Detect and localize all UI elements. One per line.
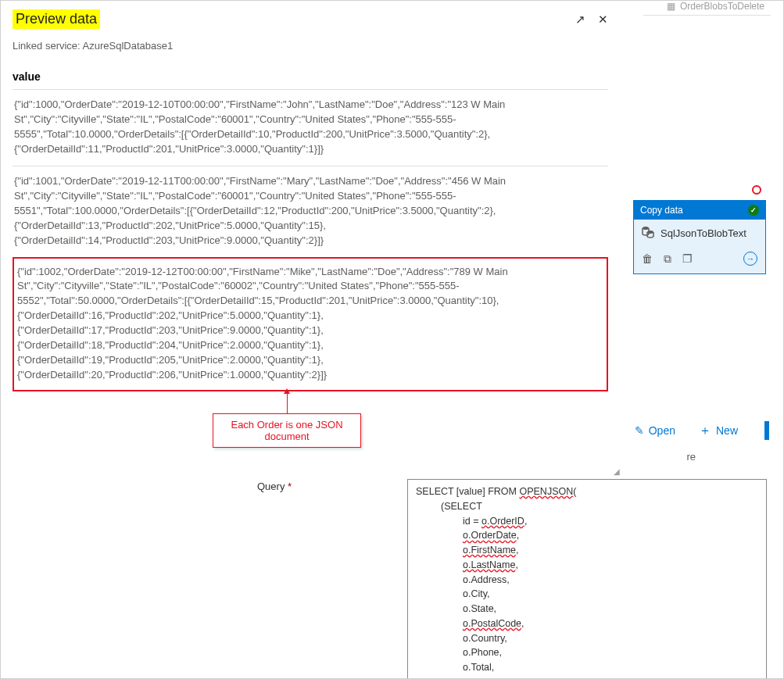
query-textarea[interactable]: SELECT [value] FROM OPENJSON((SELECTid =… <box>407 479 767 679</box>
query-label: Query * <box>257 481 292 492</box>
modal-title: Preview data <box>13 9 100 29</box>
open-button[interactable]: ✎ Open <box>635 424 675 437</box>
modal-header: Preview data ↗ ✕ <box>13 9 608 29</box>
close-icon[interactable]: ✕ <box>598 13 608 27</box>
database-copy-icon <box>642 226 654 241</box>
resize-handle-icon[interactable]: ◢ <box>614 467 621 475</box>
activity-toolbar: 🗑 ⧉ ❐ → <box>634 247 765 273</box>
expand-icon[interactable]: ↗ <box>575 13 585 27</box>
grid-icon: ▦ <box>667 1 675 12</box>
column-header-value: value <box>13 70 608 89</box>
table-row: {"id":1000,"OrderDate":"2019-12-10T00:00… <box>13 89 608 166</box>
top-activity-label: OrderBlobsToDelete <box>680 1 764 12</box>
new-button[interactable]: ＋ New <box>699 423 738 439</box>
modal-controls: ↗ ✕ <box>575 13 608 27</box>
copy-data-activity-card[interactable]: Copy data ✓ SqlJsonToBlobText 🗑 ⧉ ❐ → <box>633 200 766 274</box>
pencil-icon: ✎ <box>635 424 644 437</box>
preview-data-modal: Preview data ↗ ✕ Linked service: AzureSq… <box>2 2 619 466</box>
text-fragment: re <box>686 451 696 463</box>
plus-icon: ＋ <box>699 423 711 439</box>
svg-point-1 <box>647 231 653 234</box>
open-label: Open <box>649 424 675 437</box>
activity-body: SqlJsonToBlobText <box>634 220 765 247</box>
query-section: Query * SELECT [value] FROM OPENJSON((SE… <box>257 481 773 676</box>
top-activity-fragment: ▦ OrderBlobsToDelete <box>643 0 771 16</box>
table-row-highlighted: {"id":1002,"OrderDate":"2019-12-12T00:00… <box>13 257 608 392</box>
activity-header: Copy data ✓ <box>634 201 765 220</box>
linked-service-label: Linked service: AzureSqlDatabase1 <box>13 40 608 52</box>
table-row: {"id":1001,"OrderDate":"2019-12-11T00:00… <box>13 166 608 257</box>
active-tab-indicator <box>764 421 769 440</box>
check-icon: ✓ <box>748 205 759 216</box>
query-label-text: Query <box>257 481 285 492</box>
run-icon[interactable]: → <box>743 252 757 266</box>
svg-point-0 <box>643 227 649 230</box>
new-label: New <box>716 424 738 437</box>
delete-icon[interactable]: 🗑 <box>642 252 653 266</box>
activity-header-label: Copy data <box>640 205 683 216</box>
activity-name-label: SqlJsonToBlobText <box>660 227 746 239</box>
status-error-indicator-icon <box>752 185 761 195</box>
copy-icon[interactable]: ⧉ <box>664 252 671 266</box>
callout-text: Each Order is one JSON document <box>213 413 361 448</box>
clone-icon[interactable]: ❐ <box>682 252 693 266</box>
dataset-toolbar: ✎ Open ＋ New <box>635 421 769 440</box>
